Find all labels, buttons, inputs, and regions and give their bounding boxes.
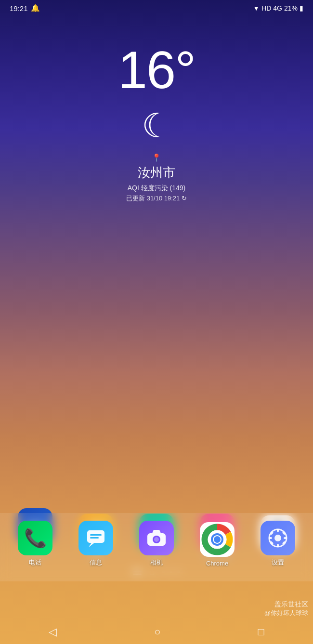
svg-point-27 [154, 537, 159, 542]
temperature-display: 16° [0, 43, 313, 96]
nav-bar: ◁ ○ □ [0, 620, 313, 644]
svg-point-34 [274, 535, 281, 541]
settings-label: 设置 [272, 558, 284, 567]
svg-rect-38 [284, 537, 287, 539]
city-name: 汝州市 [0, 164, 313, 181]
app-item-camera[interactable]: 相机 [132, 521, 181, 567]
dock-row: 📞 电话 信息 [5, 521, 308, 567]
settings-svg [267, 527, 289, 549]
network-type: HD 4G [261, 4, 282, 12]
messages-label: 信息 [90, 558, 102, 567]
messages-icon [78, 521, 113, 555]
status-left: 19:21 🔔 [10, 4, 40, 13]
app-item-phone[interactable]: 📞 电话 [11, 521, 59, 567]
messages-svg [85, 527, 107, 549]
app-area: pay SamsungPay 相册 [0, 508, 313, 581]
svg-rect-23 [90, 537, 99, 539]
aqi-label: AQI 轻度污染 (149) [0, 184, 313, 193]
phone-label: 电话 [29, 558, 41, 567]
app-item-messages[interactable]: 信息 [72, 521, 120, 567]
dock: 📞 电话 信息 [0, 513, 313, 581]
battery-percent: 21% [284, 4, 298, 12]
svg-rect-22 [90, 534, 102, 536]
weather-icon: ☾ [0, 106, 313, 145]
app-item-chrome[interactable]: Chrome [193, 522, 241, 567]
camera-icon [139, 521, 174, 555]
signal-icon: ▼ [253, 4, 260, 12]
app-item-settings[interactable]: 设置 [254, 521, 302, 567]
svg-marker-25 [152, 530, 161, 533]
watermark-line1: 盖乐世社区 [264, 600, 308, 609]
recents-button[interactable]: □ [258, 626, 264, 638]
camera-label: 相机 [150, 558, 163, 567]
svg-rect-36 [277, 544, 279, 547]
degree-symbol: ° [175, 40, 195, 99]
location-pin-icon: 📍 [0, 153, 313, 162]
svg-rect-37 [269, 537, 272, 539]
svg-point-32 [214, 536, 221, 543]
camera-svg [145, 527, 168, 549]
svg-marker-21 [89, 543, 94, 547]
phone-icon: 📞 [18, 521, 52, 555]
status-bar: 19:21 🔔 ▼ HD 4G 21% ▮ [0, 0, 313, 14]
update-time: 已更新 31/10 19:21 ↻ [0, 194, 313, 203]
phone-glyph: 📞 [24, 527, 47, 549]
home-button[interactable]: ○ [154, 626, 160, 638]
watermark-line2: @你好坏人球球 [264, 609, 308, 618]
battery-icon: ▮ [300, 4, 303, 12]
time-display: 19:21 [10, 4, 28, 13]
watermark: 盖乐世社区 @你好坏人球球 [264, 600, 308, 618]
svg-rect-20 [87, 530, 104, 543]
weather-widget: 16° ☾ 📍 汝州市 AQI 轻度污染 (149) 已更新 31/10 19:… [0, 43, 313, 203]
chrome-icon [200, 522, 235, 557]
status-right: ▼ HD 4G 21% ▮ [253, 4, 303, 12]
settings-icon [261, 521, 295, 555]
back-button[interactable]: ◁ [49, 626, 57, 638]
chrome-label: Chrome [206, 560, 228, 567]
notification-bell: 🔔 [31, 4, 40, 13]
svg-rect-35 [277, 529, 279, 532]
chrome-svg [201, 523, 234, 556]
svg-point-28 [161, 535, 163, 537]
